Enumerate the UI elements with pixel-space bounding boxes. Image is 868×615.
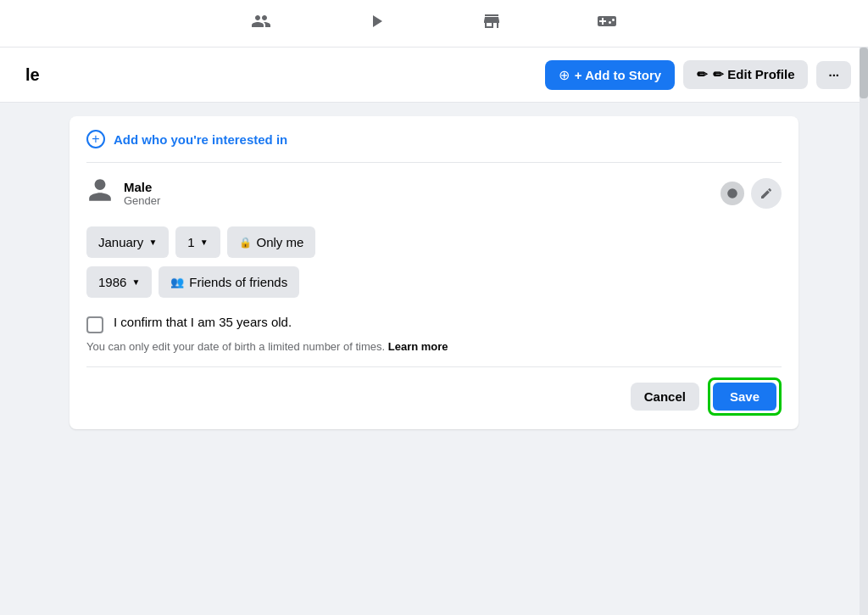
learn-more-link[interactable]: Learn more: [388, 340, 448, 353]
more-options-button[interactable]: ···: [816, 61, 851, 89]
day-label: 1: [187, 235, 194, 249]
year-label: 1986: [98, 275, 126, 289]
more-dots-icon: ···: [828, 68, 839, 82]
year-select[interactable]: 1986 ▼: [86, 266, 152, 298]
person-icon: [86, 176, 114, 210]
month-label: January: [98, 235, 143, 249]
edit-profile-button[interactable]: ✏ ✏ Edit Profile: [683, 60, 808, 89]
profile-header: le ⊕ + Add to Story ✏ ✏ Edit Profile ···: [0, 48, 868, 103]
add-story-plus-icon: ⊕: [559, 67, 570, 83]
lock-icon: 🔒: [239, 237, 252, 249]
gender-row: Male Gender: [86, 176, 782, 210]
year-row: 1986 ▼ 👥 Friends of friends: [86, 266, 782, 298]
month-select[interactable]: January ▼: [86, 226, 169, 258]
gender-privacy-button[interactable]: [721, 182, 744, 205]
add-interest-row[interactable]: + Add who you're interested in: [86, 130, 782, 163]
top-nav: [0, 0, 868, 48]
add-story-label: + Add to Story: [575, 68, 661, 82]
gaming-nav-icon[interactable]: [583, 4, 631, 43]
privacy-label: Only me: [257, 235, 304, 249]
year-chevron: ▼: [131, 277, 140, 287]
divider: [86, 366, 782, 367]
action-row: Cancel Save: [86, 377, 782, 416]
gender-edit-button[interactable]: [751, 178, 782, 209]
cancel-button[interactable]: Cancel: [631, 383, 699, 411]
gender-value: Male: [124, 180, 710, 194]
main-content: + Add who you're interested in Male Gend…: [0, 103, 868, 615]
audience-select[interactable]: 👥 Friends of friends: [159, 266, 299, 298]
svg-point-0: [727, 188, 737, 198]
friends-icon-small: 👥: [170, 276, 184, 288]
edit-note-text: You can only edit your date of birth a l…: [86, 340, 385, 353]
confirm-row: I confirm that I am 35 years old.: [86, 315, 782, 333]
month-chevron: ▼: [148, 238, 157, 247]
edit-note: You can only edit your date of birth a l…: [86, 340, 782, 353]
profile-title: le: [17, 65, 40, 85]
save-button-wrapper: Save: [708, 377, 782, 416]
edit-card: + Add who you're interested in Male Gend…: [70, 116, 798, 429]
add-interest-label: Add who you're interested in: [114, 132, 287, 147]
gender-label: Gender: [124, 194, 710, 207]
confirm-text: I confirm that I am 35 years old.: [114, 315, 292, 329]
gender-info: Male Gender: [124, 180, 710, 207]
watch-nav-icon[interactable]: [353, 4, 400, 43]
day-chevron: ▼: [200, 238, 209, 247]
scrollbar-track[interactable]: [860, 48, 868, 615]
gender-actions: [721, 178, 782, 209]
friends-nav-icon[interactable]: [237, 4, 285, 43]
pencil-icon: ✏: [697, 67, 708, 82]
save-button[interactable]: Save: [713, 383, 776, 411]
marketplace-nav-icon[interactable]: [468, 4, 515, 43]
audience-label: Friends of friends: [189, 275, 287, 289]
add-to-story-button[interactable]: ⊕ + Add to Story: [545, 60, 675, 90]
add-interest-icon: +: [86, 130, 105, 148]
day-select[interactable]: 1 ▼: [175, 226, 220, 258]
scrollbar-thumb[interactable]: [860, 48, 868, 98]
edit-profile-label: ✏ Edit Profile: [713, 67, 794, 82]
privacy-select[interactable]: 🔒 Only me: [227, 226, 316, 258]
confirm-checkbox[interactable]: [86, 316, 103, 333]
date-row: January ▼ 1 ▼ 🔒 Only me: [86, 226, 782, 258]
